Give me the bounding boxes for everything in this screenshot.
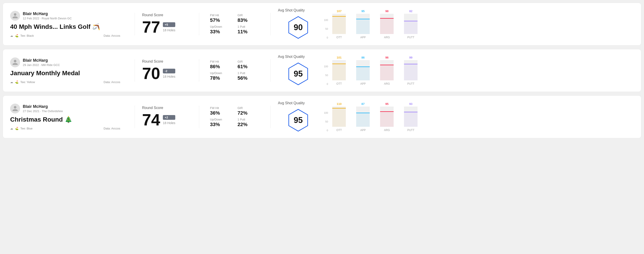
stats-grid: FW Hit 36% GIR 72% Up/Down 33% 1 Putt 22… (210, 106, 260, 127)
chart-bar-fill-app (356, 19, 370, 34)
chart-label-app: APP (360, 82, 366, 85)
stat-fw-hit: FW Hit 57% (210, 13, 232, 23)
date-course: 27 Dec 2021 · The Oxfordshire (23, 110, 63, 113)
score-section: Round Score 70 -2 18 Holes (142, 59, 192, 82)
round-left-section: Blair McHarg 29 Jan 2022 · Mill Ride GCC… (10, 57, 128, 84)
chart-bar-fill-ott (332, 109, 346, 127)
profile-info: Blair McHarg 29 Jan 2022 · Mill Ride GCC (23, 58, 60, 67)
round-title: Christmas Round 🎄 (10, 116, 120, 123)
gir-label: GIR (238, 13, 260, 17)
chart-value-arg: 95 (385, 102, 388, 106)
round-card-round-3[interactable]: Blair McHarg 27 Dec 2021 · The Oxfordshi… (3, 96, 641, 138)
chart-bar-line-putt (404, 64, 418, 64)
data-source: Data: Arccos (104, 80, 120, 84)
chart-bars: 101 OTT 86 APP 96 (329, 56, 421, 85)
tee-label: Tee: Black (20, 34, 34, 37)
profile-row: Blair McHarg 29 Jan 2022 · Mill Ride GCC (10, 57, 120, 67)
divider-3 (270, 106, 271, 128)
quality-number: 90 (294, 23, 303, 32)
gir-value: 61% (238, 64, 260, 70)
chart-area: 100 50 0 101 OTT 86 APP (324, 56, 634, 85)
chart-area: 100 50 0 110 OTT 87 APP (324, 102, 634, 132)
hexagon-container: 90 (286, 15, 310, 40)
stats-section: FW Hit 36% GIR 72% Up/Down 33% 1 Putt 22… (210, 106, 260, 127)
cloud-icon: ☁ (10, 80, 13, 84)
chart-bar-bg-putt (404, 60, 418, 80)
round-card-round-2[interactable]: Blair McHarg 29 Jan 2022 · Mill Ride GCC… (3, 49, 641, 92)
chart-bar-line-app (356, 19, 370, 19)
fw-hit-label: FW Hit (210, 60, 232, 63)
quality-section: Avg Shot Quality 95 (278, 101, 318, 133)
bag-icon: ⛳ (15, 80, 18, 84)
score-number: 77 (142, 19, 160, 35)
footer-row: ☁ ⛳ Tee: Yellow Data: Arccos (10, 80, 120, 84)
round-title: 40 Mph Winds... Links Golf 🪃 (10, 23, 120, 30)
one-putt-label: 1 Putt (238, 71, 260, 75)
chart-bar-fill-putt (404, 112, 418, 127)
bag-icon: ⛳ (15, 34, 18, 37)
chart-bar-line-arg (380, 65, 394, 65)
quality-section: Avg Shot Quality 95 (278, 55, 318, 86)
chart-bar-bg-arg (380, 60, 394, 80)
divider-2 (199, 106, 199, 128)
fw-hit-label: FW Hit (210, 106, 232, 110)
person-icon (12, 59, 18, 66)
chart-column-ott: 101 OTT (329, 56, 349, 85)
chart-bar-line-ott (332, 108, 346, 109)
stat-fw-hit: FW Hit 36% (210, 106, 232, 116)
score-number: 70 (142, 65, 160, 82)
chart-label-app: APP (360, 128, 366, 132)
chart-label-putt: PUTT (408, 36, 414, 39)
score-meta: +5 18 Holes (163, 22, 175, 32)
score-badge: -2 (163, 69, 175, 73)
divider-3 (270, 59, 271, 82)
chart-bar-line-arg (380, 18, 394, 19)
chart-bar-fill-putt (404, 64, 418, 80)
chart-column-arg: 98 ARG (377, 9, 397, 39)
score-row: 74 +2 18 Holes (142, 112, 192, 128)
divider-2 (199, 59, 199, 82)
avatar (10, 11, 20, 21)
chart-area: 100 50 0 107 OTT 95 APP (324, 9, 634, 39)
chart-bar-bg-putt (404, 14, 418, 34)
stats-section: FW Hit 57% GIR 83% Up/Down 33% 1 Putt 11… (210, 13, 260, 35)
fw-hit-label: FW Hit (210, 13, 232, 17)
data-source: Data: Arccos (104, 34, 120, 37)
chart-bar-fill-arg (380, 65, 394, 80)
chart-value-arg: 98 (385, 9, 388, 13)
chart-value-app: 87 (361, 102, 364, 106)
quality-label: Avg Shot Quality (278, 55, 305, 59)
chart-bars: 110 OTT 87 APP 95 (329, 102, 421, 132)
chart-bar-bg-ott (332, 60, 346, 80)
chart-bar-fill-ott (332, 17, 346, 34)
divider-1 (135, 13, 135, 35)
title-emoji: 🪃 (92, 23, 100, 30)
chart-bar-bg-arg (380, 107, 394, 127)
stat-up-down: Up/Down 33% (210, 25, 232, 35)
divider-3 (270, 13, 271, 35)
fw-hit-value: 57% (210, 17, 232, 23)
quality-number: 95 (294, 116, 303, 125)
stat-gir: GIR 61% (238, 60, 260, 70)
chart-column-app: 95 APP (353, 9, 373, 39)
divider-2 (199, 13, 199, 35)
chart-column-arg: 95 ARG (377, 102, 397, 132)
chart-label-arg: ARG (384, 128, 390, 132)
chart-bar-bg-app (356, 107, 370, 127)
cloud-icon: ☁ (10, 34, 13, 37)
hexagon-container: 95 (286, 108, 310, 133)
chart-value-app: 86 (361, 56, 364, 59)
profile-info: Blair McHarg 27 Dec 2021 · The Oxfordshi… (23, 104, 63, 113)
gir-label: GIR (238, 60, 260, 63)
profile-row: Blair McHarg 12 Feb 2022 · Royal North D… (10, 11, 120, 21)
round-card-round-1[interactable]: Blair McHarg 12 Feb 2022 · Royal North D… (3, 3, 641, 45)
avatar (10, 57, 20, 67)
round-title: January Monthly Medal (10, 70, 120, 77)
score-section: Round Score 77 +5 18 Holes (142, 13, 192, 35)
round-score-label: Round Score (142, 106, 192, 110)
score-section: Round Score 74 +2 18 Holes (142, 106, 192, 128)
fw-hit-value: 86% (210, 64, 232, 70)
y-axis: 100 50 0 (324, 19, 329, 39)
chart-label-ott: OTT (336, 36, 342, 39)
tee-info: ☁ ⛳ Tee: Blue (10, 127, 32, 130)
